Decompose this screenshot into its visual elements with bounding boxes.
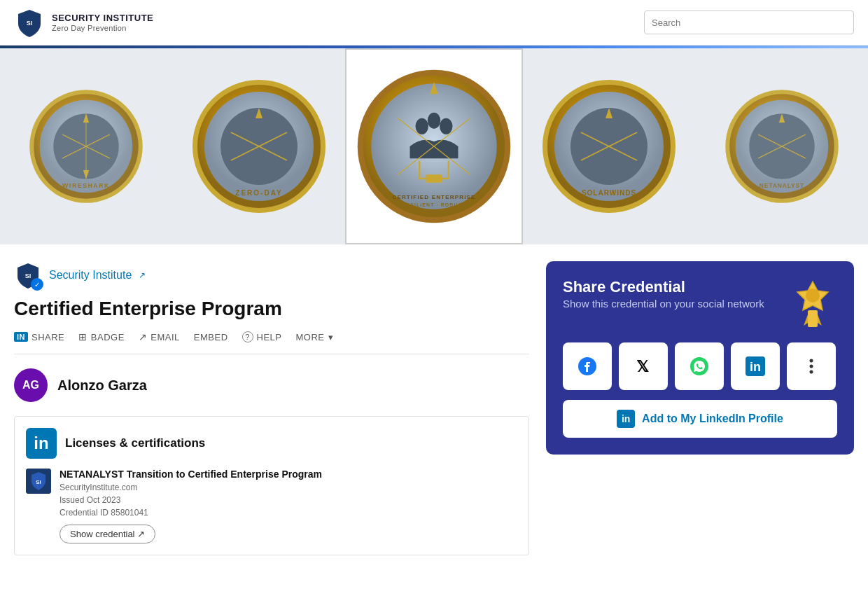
- share-buttons-row: 𝕏 in: [563, 342, 837, 390]
- medal-certified-enterprise-img: CERTIFIED ENTERPRISE RESILIENT · ROBUST: [354, 66, 514, 227]
- action-bar: in SHARE ⊞ BADGE ↗ EMAIL EMBED ? HELP MO…: [14, 331, 529, 354]
- more-share-button[interactable]: [787, 342, 836, 390]
- user-row: AG Alonzo Garza: [14, 368, 529, 402]
- share-button[interactable]: in SHARE: [14, 332, 64, 342]
- add-linkedin-profile-button[interactable]: in Add to My LinkedIn Profile: [563, 400, 837, 438]
- avatar: AG: [14, 368, 48, 402]
- more-dots-icon: [802, 356, 821, 376]
- svg-text:CERTIFIED ENTERPRISE: CERTIFIED ENTERPRISE: [392, 194, 475, 200]
- svg-text:RESILIENT · ROBUST: RESILIENT · ROBUST: [402, 202, 465, 207]
- facebook-icon: [578, 356, 597, 376]
- right-panel: Share Credential Show this credential on…: [546, 261, 854, 567]
- svg-point-58: [810, 365, 813, 368]
- medals-carousel: WIRESHARK: [0, 48, 868, 244]
- verified-icon: ✓: [31, 278, 43, 291]
- svg-text:NETANALYST: NETANALYST: [760, 183, 804, 190]
- svg-point-23: [428, 113, 440, 129]
- share-panel-header: Share Credential Show this credential on…: [563, 278, 837, 337]
- header: SI SECURITY INSTITUTE Zero Day Preventio…: [0, 0, 868, 46]
- cert-logo: SI: [26, 469, 51, 494]
- cert-item: SI NETANALYST Transition to Certified En…: [26, 469, 517, 543]
- left-panel: SI ✓ Security Institute ↗ Certified Ente…: [14, 261, 529, 567]
- linkedin-section-title: Licenses & certifications: [65, 436, 205, 450]
- logo-sub-text: Zero Day Prevention: [52, 24, 153, 32]
- cert-details: NETANALYST Transition to Certified Enter…: [59, 469, 517, 543]
- search-input[interactable]: [644, 11, 854, 34]
- share-credential-panel: Share Credential Show this credential on…: [546, 261, 854, 455]
- svg-text:SI: SI: [25, 272, 31, 279]
- linkedin-profile-label: Add to My LinkedIn Profile: [642, 413, 783, 425]
- medal-netanalyst[interactable]: NETANALYST: [696, 48, 869, 244]
- svg-text:WIRESHARK: WIRESHARK: [62, 183, 110, 190]
- whatsapp-share-button[interactable]: [675, 342, 724, 390]
- svg-point-59: [810, 370, 813, 374]
- email-icon: ↗: [139, 331, 148, 342]
- medal-zero-day[interactable]: ZERO-DAY: [173, 48, 346, 244]
- issuer-row: SI ✓ Security Institute ↗: [14, 261, 529, 289]
- svg-point-22: [416, 118, 428, 134]
- medal-netanalyst-img: NETANALYST: [722, 87, 841, 206]
- share-label: SHARE: [31, 332, 64, 342]
- embed-label: EMBED: [194, 332, 228, 342]
- medal-certified-enterprise[interactable]: CERTIFIED ENTERPRISE RESILIENT · ROBUST: [345, 48, 523, 244]
- svg-point-50: [806, 289, 820, 303]
- credential-title: Certified Enterprise Program: [14, 298, 529, 320]
- medal-wireshark-img: WIRESHARK: [27, 87, 146, 206]
- external-link-icon: ↗: [139, 270, 146, 280]
- linkedin-icon: in: [746, 356, 765, 376]
- email-label: EMAIL: [150, 332, 180, 342]
- email-button[interactable]: ↗ EMAIL: [139, 331, 180, 342]
- linkedin-share-button[interactable]: in: [731, 342, 780, 390]
- share-panel-title-block: Share Credential Show this credential on…: [563, 278, 764, 325]
- user-name: Alonzo Garza: [57, 377, 147, 394]
- svg-text:𝕏: 𝕏: [636, 358, 649, 375]
- cert-id: Credential ID 85801041: [59, 506, 517, 519]
- svg-text:SI: SI: [36, 479, 41, 485]
- medal-zero-day-img: ZERO-DAY: [189, 76, 329, 216]
- show-credential-label: Show credential ↗: [70, 529, 145, 539]
- badge-icon: ⊞: [78, 331, 88, 342]
- linkedin-section-header: in Licenses & certifications: [26, 428, 517, 459]
- cert-name: NETANALYST Transition to Certified Enter…: [59, 469, 517, 480]
- twitter-x-icon: 𝕏: [634, 356, 653, 376]
- share-panel-subtitle: Show this credential on your social netw…: [563, 296, 764, 311]
- svg-point-57: [810, 359, 813, 363]
- chevron-down-icon: ▾: [328, 332, 334, 342]
- award-icon: [788, 278, 837, 337]
- facebook-share-button[interactable]: [563, 342, 612, 390]
- medal-solarwinds-img: SOLARWINDS: [539, 76, 679, 216]
- help-icon: ?: [242, 331, 253, 342]
- svg-point-24: [440, 118, 452, 134]
- svg-text:SI: SI: [27, 20, 33, 27]
- logo-main-text: SECURITY INSTITUTE: [52, 13, 153, 24]
- logo-area: SI SECURITY INSTITUTE Zero Day Preventio…: [14, 7, 153, 38]
- logo-icon: SI: [14, 7, 45, 38]
- issuer-badge: SI ✓: [14, 261, 42, 289]
- show-credential-button[interactable]: Show credential ↗: [59, 525, 155, 543]
- medal-wireshark[interactable]: WIRESHARK: [0, 48, 173, 244]
- help-button[interactable]: ? HELP: [242, 331, 282, 342]
- svg-text:ZERO-DAY: ZERO-DAY: [235, 189, 282, 197]
- main-content: SI ✓ Security Institute ↗ Certified Ente…: [0, 244, 868, 583]
- whatsapp-icon: [690, 356, 709, 376]
- issuer-name[interactable]: Security Institute: [49, 269, 132, 282]
- linkedin-btn-icon: in: [617, 410, 635, 428]
- help-label: HELP: [257, 332, 282, 342]
- embed-button[interactable]: EMBED: [194, 332, 228, 342]
- cert-date: Issued Oct 2023: [59, 494, 517, 506]
- more-button[interactable]: MORE ▾: [296, 332, 334, 342]
- svg-text:in: in: [750, 360, 761, 374]
- badge-button[interactable]: ⊞ BADGE: [78, 331, 125, 342]
- svg-text:SOLARWINDS: SOLARWINDS: [582, 189, 636, 197]
- logo-text: SECURITY INSTITUTE Zero Day Prevention: [52, 13, 153, 32]
- linkedin-logo: in: [26, 428, 57, 459]
- twitter-share-button[interactable]: 𝕏: [619, 342, 668, 390]
- more-label: MORE: [296, 332, 325, 342]
- badge-label: BADGE: [91, 332, 125, 342]
- svg-rect-51: [808, 310, 818, 327]
- share-panel-title: Share Credential: [563, 278, 764, 296]
- linkedin-section: in Licenses & certifications SI NETANALY…: [14, 416, 529, 555]
- medal-solarwinds[interactable]: SOLARWINDS: [523, 48, 696, 244]
- cert-issuer: SecurityInstitute.com: [59, 481, 517, 494]
- linkedin-share-icon: in: [14, 332, 28, 342]
